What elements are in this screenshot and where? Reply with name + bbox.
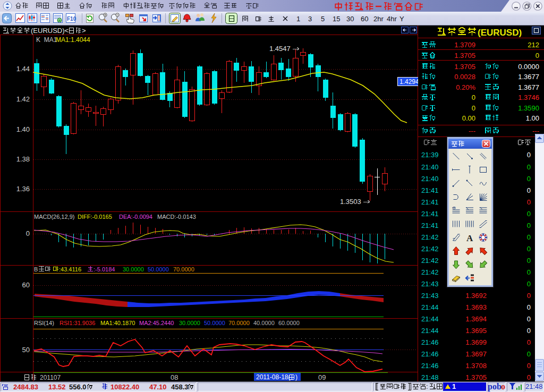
svg-text:30.0000: 30.0000 — [123, 266, 144, 272]
svg-text:21:46: 21:46 — [421, 338, 439, 346]
svg-text:0: 0 — [527, 257, 531, 265]
svg-text:1.3503: 1.3503 — [340, 198, 361, 206]
svg-text:MA1:1.4044: MA1:1.4044 — [56, 36, 90, 44]
svg-text:0: 0 — [527, 303, 531, 311]
svg-text:1.3705: 1.3705 — [454, 63, 475, 71]
svg-text:1.4294: 1.4294 — [400, 78, 419, 86]
svg-text:0: 0 — [527, 163, 531, 171]
svg-text:4hr: 4hr — [387, 15, 397, 23]
svg-text:60: 60 — [361, 15, 368, 23]
svg-text:21:41: 21:41 — [421, 198, 439, 206]
svg-text:0: 0 — [527, 175, 531, 183]
svg-text:0: 0 — [472, 93, 475, 101]
svg-text:0: 0 — [527, 198, 531, 206]
svg-text:30.0000: 30.0000 — [179, 320, 200, 326]
svg-text:21:42: 21:42 — [421, 245, 439, 253]
svg-text:1.36: 1.36 — [16, 185, 30, 193]
svg-text:21:46: 21:46 — [421, 350, 439, 358]
svg-text:10822.40: 10822.40 — [110, 383, 139, 391]
svg-text:458.3: 458.3 — [171, 383, 189, 391]
svg-text:212: 212 — [528, 41, 539, 49]
svg-text:1.3694: 1.3694 — [465, 315, 487, 323]
svg-text:2hr: 2hr — [373, 15, 384, 23]
svg-text:0: 0 — [527, 315, 531, 323]
svg-text:1.3693: 1.3693 — [465, 303, 487, 311]
svg-text:0: 0 — [527, 186, 531, 194]
svg-text:21:42: 21:42 — [421, 268, 439, 276]
svg-text:1.4547: 1.4547 — [269, 45, 291, 53]
svg-text:1.42: 1.42 — [16, 95, 30, 103]
svg-text:0: 0 — [527, 327, 531, 335]
svg-text:15: 15 — [333, 15, 340, 23]
svg-text:1.3677: 1.3677 — [518, 73, 539, 81]
svg-text:60.0000: 60.0000 — [278, 320, 300, 326]
svg-text:556.0: 556.0 — [69, 383, 87, 391]
svg-text:21:42: 21:42 — [421, 233, 439, 241]
svg-text:1.00: 1.00 — [526, 114, 539, 122]
svg-text:B: B — [34, 266, 38, 272]
svg-text:0.0000: 0.0000 — [518, 63, 539, 71]
svg-text:(EURUSD): (EURUSD) — [478, 28, 522, 38]
svg-text::43.4116: :43.4116 — [59, 266, 81, 272]
svg-text:21:41: 21:41 — [421, 221, 439, 229]
svg-text:0: 0 — [472, 104, 475, 112]
svg-text:1.44: 1.44 — [16, 65, 30, 73]
svg-text:21:44: 21:44 — [421, 327, 439, 335]
svg-text:o: o — [501, 382, 505, 391]
svg-text:21:41: 21:41 — [421, 186, 439, 194]
svg-text:21:39: 21:39 — [421, 151, 439, 159]
svg-text:MA2:45.2440: MA2:45.2440 — [139, 320, 174, 326]
svg-text:0: 0 — [527, 280, 531, 288]
svg-text:0: 0 — [527, 268, 531, 276]
svg-text:A: A — [466, 233, 473, 243]
svg-text:0: 0 — [527, 245, 531, 253]
svg-text:0: 0 — [527, 338, 531, 346]
svg-text:1.3746: 1.3746 — [518, 93, 539, 101]
svg-text:0: 0 — [527, 233, 531, 241]
svg-text:60: 60 — [22, 281, 30, 289]
svg-text:09: 09 — [318, 373, 326, 381]
svg-text:21:40: 21:40 — [421, 175, 439, 183]
svg-text:3: 3 — [308, 15, 312, 23]
svg-text:1.3705: 1.3705 — [454, 52, 475, 59]
svg-text:1.3705: 1.3705 — [465, 373, 487, 381]
svg-text:F10: F10 — [67, 16, 76, 22]
svg-text:21:48: 21:48 — [421, 373, 439, 381]
svg-text:70.0000: 70.0000 — [228, 320, 250, 326]
svg-text:5: 5 — [321, 15, 325, 23]
svg-text:---: --- — [532, 127, 539, 135]
svg-text:70.0000: 70.0000 — [173, 266, 194, 272]
svg-text:1.38: 1.38 — [16, 155, 30, 163]
svg-text:0.20%: 0.20% — [456, 83, 475, 91]
svg-text:0: 0 — [527, 221, 531, 229]
svg-text:47.10: 47.10 — [149, 383, 167, 391]
svg-text:21:43: 21:43 — [421, 292, 439, 300]
svg-text:1.3677: 1.3677 — [518, 83, 539, 91]
svg-text:08: 08 — [171, 373, 178, 381]
svg-text:1.40: 1.40 — [16, 125, 30, 133]
svg-text:(EURUSD)<: (EURUSD)< — [31, 27, 69, 35]
svg-text:50: 50 — [22, 346, 30, 354]
svg-text:0: 0 — [527, 151, 531, 159]
svg-text:1: 1 — [452, 382, 456, 390]
svg-text:K MA1: K MA1 — [36, 36, 57, 44]
svg-text:50.0000: 50.0000 — [204, 320, 225, 326]
svg-text:0: 0 — [527, 210, 531, 218]
svg-text:1.3708: 1.3708 — [465, 362, 487, 370]
svg-text:>: > — [82, 27, 86, 35]
svg-text:pob: pob — [488, 382, 502, 391]
svg-text:21:44: 21:44 — [421, 315, 439, 323]
svg-text:RSI1:31.9036: RSI1:31.9036 — [60, 320, 95, 326]
svg-text::: : — [426, 382, 428, 390]
svg-text:1.3699: 1.3699 — [465, 338, 487, 346]
svg-text:21:40: 21:40 — [421, 163, 439, 171]
svg-text:21:41: 21:41 — [421, 210, 439, 218]
svg-text:0: 0 — [527, 350, 531, 358]
svg-text:MACD:-0.0143: MACD:-0.0143 — [157, 214, 196, 220]
svg-text:): ) — [295, 373, 298, 381]
svg-text:21:46: 21:46 — [421, 362, 439, 370]
svg-text:40.0000: 40.0000 — [253, 320, 275, 326]
svg-text:1.3695: 1.3695 — [465, 327, 487, 335]
svg-text:DEA:-0.0094: DEA:-0.0094 — [119, 214, 152, 220]
svg-text:50.0000: 50.0000 — [148, 266, 169, 272]
